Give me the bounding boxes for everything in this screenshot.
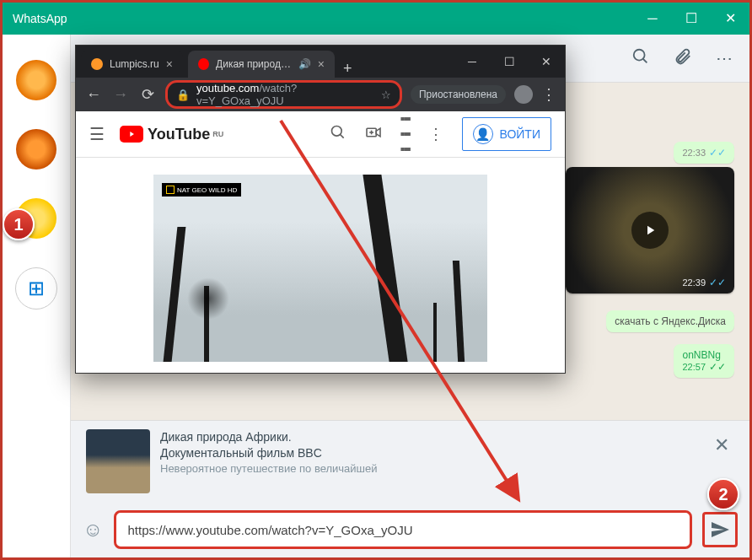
callout-badge: 1 <box>3 208 35 240</box>
svg-line-7 <box>281 121 517 497</box>
callout-badge: 2 <box>707 478 739 510</box>
